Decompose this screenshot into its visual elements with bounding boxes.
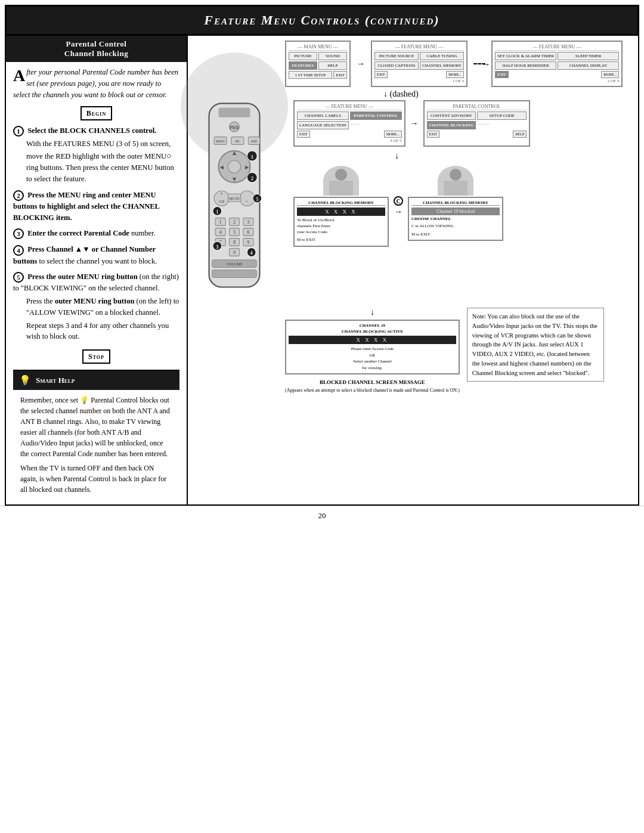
- page-header: Feature Menu Controls (continued): [5, 5, 639, 36]
- fm3-more: MORE...: [384, 131, 402, 138]
- step-3-title: Enter the correct Parental Code: [27, 229, 129, 237]
- svg-point-11: [228, 160, 240, 173]
- note-text: Note: You can also block out the use of …: [472, 313, 597, 376]
- svg-text:◄: ◄: [218, 164, 225, 171]
- svg-text:2: 2: [251, 175, 253, 181]
- fm1-exit: EXIT: [374, 71, 388, 78]
- main-menu-label: — MAIN MENU —: [289, 44, 347, 51]
- svg-rect-1: [218, 108, 250, 117]
- page-title: Feature Menu Controls (continued): [204, 13, 439, 27]
- left-column: Parental Control Channel Blocking A fter…: [6, 36, 188, 504]
- svg-text:MENU: MENU: [216, 140, 225, 143]
- step-1-title: Select the BLOCK CHANNELS control.: [27, 126, 156, 135]
- svg-text:0: 0: [233, 250, 236, 255]
- down-arrow-1: ↓ (dashed): [383, 89, 633, 99]
- pc-dots: · · · · · ·: [477, 121, 527, 129]
- step-4: 4 Press Channel ▲▼ or Channel Number but…: [13, 244, 179, 267]
- svg-text:CH: CH: [219, 199, 224, 203]
- blocking-memory-1: CHANNEL BLOCKING MEMORY X X X X To Block…: [293, 197, 389, 247]
- mid-screens-col: — FEATURE MENU — CHANNEL LABELS PARENTAL…: [293, 100, 530, 305]
- pc-help: HELP: [513, 131, 527, 138]
- svg-text:▼: ▼: [231, 176, 238, 182]
- down-arrow-3: ↓: [285, 308, 460, 317]
- bottom-area: ↓ CHANNEL 19 CHANNEL BLOCKING ACTIVE X X…: [285, 308, 633, 393]
- fm3-label: — FEATURE MENU —: [297, 104, 402, 110]
- stop-label: Stop: [82, 349, 110, 364]
- svg-text:VOLUME: VOLUME: [226, 262, 242, 266]
- blocking-text-2: CHOOSE CHANNEL C to ALLOW VIEWING M to E…: [411, 216, 500, 237]
- x-row-active: X X X X: [289, 336, 456, 344]
- blocked-caption-sub: (Appears when an attempt to select a blo…: [285, 388, 460, 393]
- intro-paragraph: A fter your personal Parental Code numbe…: [13, 67, 179, 100]
- step-5-num: 5: [13, 272, 24, 283]
- svg-text:MUTE: MUTE: [229, 196, 240, 200]
- arrow-dashed-1: →: [473, 41, 485, 87]
- channel-active-text: Please enter Access Code OR Select anoth…: [289, 346, 456, 371]
- pc-channel-blocking: CHANNEL BLOCKING: [427, 121, 476, 129]
- step-2-title: Press the MENU ring and center MENU butt…: [13, 191, 159, 222]
- middle-row: PWR MENU PIC SND ▲ ▼ ◄: [193, 100, 633, 305]
- step-1-num: 1: [13, 126, 24, 137]
- svg-text:3: 3: [247, 219, 250, 225]
- menu-item-sound: SOUND: [318, 52, 347, 60]
- svg-text:5: 5: [256, 197, 258, 202]
- svg-text:1: 1: [216, 209, 218, 215]
- fm1-page: 1 OF 5: [374, 79, 464, 83]
- channel-blocking-active-screen: CHANNEL 19 CHANNEL BLOCKING ACTIVE X X X…: [285, 320, 460, 374]
- blocking-mem-2-group: CHANNEL BLOCKING MEMORY Channel 19 block…: [408, 166, 503, 247]
- svg-text:1: 1: [219, 219, 222, 225]
- step-3: 3 Enter the correct Parental Code number…: [13, 228, 179, 239]
- arrow-right-1: →: [357, 41, 365, 87]
- fm2-channel-display: CHANNEL DISPLAY: [558, 61, 619, 70]
- fm2-sleep-timer: SLEEP TIMER: [558, 52, 619, 60]
- step-4-num: 4: [13, 245, 24, 256]
- channel-19-blocked: Channel 19 blocked: [411, 208, 500, 215]
- circle-c-icon: C: [394, 196, 403, 206]
- main-menu-screen: — MAIN MENU — PICTURE SOUND FEATURES HEL…: [285, 41, 351, 87]
- remote-svg: PWR MENU PIC SND ▲ ▼ ◄: [193, 100, 276, 303]
- svg-text:PIC: PIC: [235, 140, 240, 143]
- smart-help-header: 💡 Smart Help: [13, 371, 179, 390]
- blocking-memory-2: CHANNEL BLOCKING MEMORY Channel 19 block…: [408, 197, 503, 241]
- svg-text:6: 6: [247, 230, 250, 235]
- fm3-language: LANGUAGE SELECTION: [297, 121, 349, 129]
- menu-item-help: HELP: [318, 61, 347, 70]
- fm2-more: MORE...: [601, 71, 619, 78]
- parental-control-screen: PARENTAL CONTROL CONTENT ADVISORY SETUP …: [423, 100, 531, 147]
- arrow-right-2: →: [410, 100, 419, 147]
- step-5-title: Press the outer MENU ring button: [27, 272, 138, 281]
- svg-text:4: 4: [219, 230, 222, 235]
- step-3-body: number.: [131, 229, 156, 237]
- blocking-text-1: To Block or Un-Block channels First Ente…: [297, 218, 385, 243]
- smart-help-section: 💡 Smart Help Remember, once set 💡 Parent…: [13, 370, 179, 500]
- step-5-body2: Press the outer MENU ring button (on the…: [26, 296, 179, 318]
- svg-text:8: 8: [233, 240, 236, 245]
- left-content: A fter your personal Parental Code numbe…: [6, 62, 187, 504]
- svg-text:9: 9: [247, 240, 250, 245]
- fm1-more: MORE...: [446, 71, 464, 78]
- svg-text:+: +: [220, 190, 223, 196]
- step-4-body: to select the channel you want to block.: [39, 257, 157, 265]
- head-1: [335, 169, 347, 181]
- fm3-parental-control: PARENTAL CONTROL: [350, 112, 402, 120]
- channel-blocking-active-header: CHANNEL BLOCKING ACTIVE: [289, 329, 456, 334]
- blocking-screens: CHANNEL BLOCKING MEMORY X X X X To Block…: [293, 166, 503, 247]
- menu-item-1st-time: 1 ST TIME SETUP: [289, 71, 332, 79]
- svg-text:5: 5: [233, 230, 236, 235]
- begin-label: Begin: [80, 106, 112, 120]
- svg-text:2: 2: [233, 219, 236, 225]
- page-number: 20: [0, 506, 644, 525]
- diagrams-container: — MAIN MENU — PICTURE SOUND FEATURES HEL…: [193, 41, 633, 393]
- svg-text:►: ►: [244, 164, 250, 171]
- step-2-num: 2: [13, 190, 24, 201]
- step-2: 2 Press the MENU ring and center MENU bu…: [13, 190, 179, 224]
- feature-menu-2-screen: — FEATURE MENU — SET CLOCK & ALARM TIMER…: [491, 41, 623, 87]
- svg-text:SND: SND: [251, 140, 258, 143]
- pc-exit: EXIT: [427, 131, 440, 138]
- down-arrow-2: ↓: [395, 151, 399, 161]
- step-5: 5 Press the outer MENU ring button (on t…: [13, 271, 179, 342]
- fm1-channel-memory: CHANNEL MEMORY: [420, 61, 464, 70]
- drop-cap-a: A: [13, 68, 25, 83]
- right-column: — MAIN MENU — PICTURE SOUND FEATURES HEL…: [188, 36, 638, 504]
- fm1-picture-source: PICTURE SOURCE: [374, 52, 419, 60]
